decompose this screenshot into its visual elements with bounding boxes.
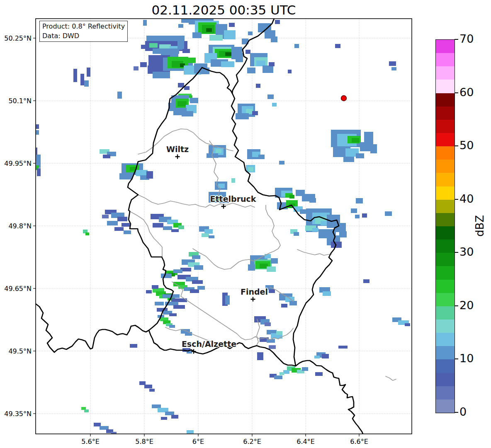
colorbar-tick-label: 30 <box>459 246 474 259</box>
radar-echo-cell <box>221 61 234 67</box>
colorbar-segment <box>436 346 455 359</box>
colorbar-segment <box>436 120 455 133</box>
colorbar-tick-label: 60 <box>459 86 474 99</box>
plot-frame <box>36 19 412 434</box>
radar-echo-cell <box>192 280 203 284</box>
radar-echo-cell <box>279 161 284 165</box>
radar-echo-cell <box>139 381 146 385</box>
city-marker <box>251 297 255 302</box>
radar-echo-cell <box>267 266 276 272</box>
product-info-line: Product: 0.8° Reflectivity <box>42 22 125 31</box>
radar-echo-cell <box>363 279 369 283</box>
colorbar-tick-mark <box>455 252 458 253</box>
radar-echo-cell <box>163 226 172 230</box>
district-border <box>297 249 332 255</box>
colorbar-segment <box>436 93 455 107</box>
colorbar-tick-label: 50 <box>459 139 474 152</box>
map-layer <box>32 18 410 434</box>
colorbar-segment <box>436 160 455 173</box>
radar-echo-cell <box>355 215 360 218</box>
radar-echo-cell <box>149 389 155 392</box>
x-tick-label: 6.4°E <box>297 438 315 446</box>
radar-echo-cell <box>178 24 183 28</box>
radar-echo-cell <box>165 412 174 415</box>
radar-echo-cell <box>288 70 292 73</box>
radar-echo-cell <box>37 168 41 176</box>
radar-echo-cell <box>161 274 172 278</box>
radar-echo-cell <box>206 28 212 32</box>
radar-echo-cell <box>146 171 153 179</box>
radar-echo-cell <box>84 409 89 412</box>
y-tick-label: 50.1°N <box>8 97 32 105</box>
radar-echo-cell <box>80 74 84 85</box>
grid-layer <box>36 19 412 434</box>
city-marker <box>175 155 180 159</box>
radar-echo-cell <box>114 227 124 231</box>
radar-echo-cell <box>269 62 275 66</box>
radar-site-dot <box>341 96 347 101</box>
y-tick-label: 49.95°N <box>4 160 32 167</box>
colorbar-tick-label: 20 <box>459 299 474 312</box>
radar-echo-cell <box>81 407 86 410</box>
radar-echo-cell <box>161 417 167 420</box>
radar-echo-cell <box>275 20 280 24</box>
radar-echo-cell <box>289 195 294 199</box>
x-tick-label: 6.6°E <box>350 438 368 446</box>
colorbar-segment <box>436 80 455 93</box>
y-tick-label: 49.8°N <box>8 222 32 230</box>
radar-echo-cell <box>271 258 278 264</box>
district-border <box>386 376 396 380</box>
city-label: Wiltz <box>166 145 189 154</box>
radar-echo-cell <box>339 231 347 237</box>
radar-echo-cell <box>216 149 221 153</box>
radar-echo-cell <box>248 167 253 172</box>
map-plot: 5.6°E5.8°E6°E6.2°E6.4°E6.6°E50.25°N50.1°… <box>0 0 491 448</box>
radar-echo-cell <box>169 325 175 328</box>
radar-echo-cell <box>192 255 200 259</box>
colorbar-segment <box>436 173 455 186</box>
radar-echo-cell <box>209 35 223 41</box>
radar-echo-cell <box>224 30 236 39</box>
radar-echo-cell <box>182 111 193 116</box>
colorbar-segment <box>436 186 455 200</box>
radar-echo-cell <box>258 155 265 159</box>
colorbar-segment <box>436 107 455 120</box>
radar-echo-cell <box>173 305 185 309</box>
colorbar-segment <box>436 280 455 293</box>
radar-echo-cell <box>136 170 148 176</box>
radar-echo-cell <box>185 332 192 336</box>
radar-echo-cell <box>229 23 235 27</box>
radar-echo-cell <box>269 289 275 293</box>
radar-echo-cell <box>276 331 282 335</box>
radar-echo-cell <box>391 67 396 70</box>
radar-echo-cell <box>119 173 133 179</box>
radar-echo-cell <box>280 372 284 375</box>
radar-echo-cell <box>182 49 190 53</box>
radar-echo-cell <box>385 211 392 216</box>
radar-echo-cell <box>362 213 367 218</box>
radar-echo-cell <box>155 302 164 305</box>
colorbar-segment <box>436 359 455 373</box>
radar-echo-cell <box>34 124 39 129</box>
radar-echo-cell <box>171 415 178 419</box>
radar-echo-cell <box>257 352 263 360</box>
colorbar-tick-label: 10 <box>459 352 474 365</box>
radar-echo-cell <box>231 178 235 183</box>
radar-echo-cell <box>152 285 158 289</box>
radar-echo-cell <box>274 375 282 379</box>
radar-echo-cell <box>141 45 147 49</box>
y-tick-label: 49.35°N <box>4 410 32 418</box>
radar-echo-cell <box>107 221 118 225</box>
radar-echo-cell <box>236 113 249 119</box>
radar-echo-cell <box>405 323 410 326</box>
radar-echo-cell <box>283 370 289 374</box>
colorbar-tick-mark <box>455 39 458 40</box>
radar-echo-cell <box>169 313 177 316</box>
radar-echo-cell <box>190 289 199 293</box>
radar-echo-cell <box>187 58 196 63</box>
radar-echo-cell <box>343 157 354 162</box>
radar-echo-cell <box>356 153 364 158</box>
radar-echo-cell <box>315 372 323 376</box>
radar-echo-cell <box>271 36 277 42</box>
colorbar-segment <box>436 400 455 413</box>
